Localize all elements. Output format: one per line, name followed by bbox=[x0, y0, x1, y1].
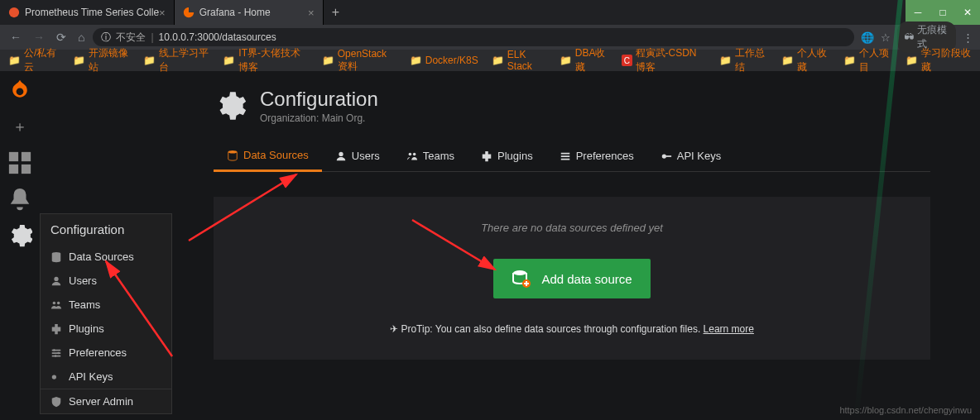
svg-line-22 bbox=[106, 261, 172, 356]
svg-point-0 bbox=[9, 7, 19, 17]
database-plus-icon bbox=[512, 269, 531, 289]
menu-icon[interactable]: ⋮ bbox=[963, 31, 973, 44]
tab-teams[interactable]: Teams bbox=[393, 141, 468, 171]
svg-point-18 bbox=[662, 154, 666, 158]
folder-icon: 📁 bbox=[223, 55, 235, 66]
bookmark-item[interactable]: 📁ELK Stack bbox=[492, 49, 546, 72]
csdn-icon: C bbox=[622, 55, 632, 66]
url-text: 10.0.0.7:3000/datasources bbox=[159, 31, 276, 43]
svg-point-16 bbox=[408, 152, 411, 155]
svg-point-17 bbox=[413, 152, 416, 155]
tab-close-icon[interactable]: × bbox=[159, 7, 166, 19]
translate-icon[interactable]: 🌐 bbox=[861, 31, 874, 44]
folder-icon: 📁 bbox=[781, 55, 794, 66]
grafana-logo[interactable] bbox=[7, 78, 32, 103]
incognito-icon: 🕶 bbox=[904, 31, 914, 43]
folder-icon: 📁 bbox=[143, 55, 156, 66]
svg-rect-4 bbox=[9, 165, 18, 174]
folder-icon: 📁 bbox=[843, 55, 856, 66]
bookmark-item[interactable]: 📁线上学习平台 bbox=[143, 46, 209, 74]
browser-titlebar: Prometheus Time Series Colle × Grafana -… bbox=[0, 0, 980, 25]
nav-create[interactable]: ＋ bbox=[7, 114, 32, 139]
new-tab-button[interactable]: + bbox=[324, 5, 348, 20]
tab-api-keys[interactable]: API Keys bbox=[647, 141, 734, 171]
bookmark-item[interactable]: 📁工作总结 bbox=[719, 46, 768, 74]
grafana-sidenav: ＋ bbox=[0, 71, 40, 420]
svg-rect-2 bbox=[9, 152, 18, 161]
config-tabs: Data Sources Users Teams Plugins Prefere… bbox=[214, 141, 930, 172]
annotation-arrow bbox=[98, 257, 180, 365]
forward-button[interactable]: → bbox=[30, 31, 48, 44]
gear-icon bbox=[214, 89, 247, 122]
tab-preferences[interactable]: Preferences bbox=[546, 141, 647, 171]
folder-icon: 📁 bbox=[906, 55, 918, 66]
tab-users[interactable]: Users bbox=[322, 141, 393, 171]
svg-point-15 bbox=[339, 151, 343, 155]
folder-icon: 📁 bbox=[492, 55, 504, 66]
empty-state-text: There are no data sources defined yet bbox=[238, 222, 906, 234]
back-button[interactable]: ← bbox=[7, 31, 25, 44]
bookmark-item[interactable]: 📁Docker/K8S bbox=[410, 55, 478, 66]
bookmark-item[interactable]: 📁公/私有云 bbox=[8, 46, 60, 74]
svg-point-14 bbox=[228, 150, 238, 153]
reload-button[interactable]: ⟳ bbox=[53, 31, 70, 44]
address-bar[interactable]: ⓘ 不安全 | 10.0.0.7:3000/datasources bbox=[93, 28, 854, 46]
folder-icon: 📁 bbox=[560, 55, 572, 66]
bookmarks-bar: 📁公/私有云 📁开源镜像站 📁线上学习平台 📁IT界-大佬技术博客 📁OpenS… bbox=[0, 50, 980, 71]
bookmark-item[interactable]: 📁个人收藏 bbox=[781, 46, 830, 74]
tab-title: Prometheus Time Series Colle bbox=[25, 7, 159, 18]
rocket-icon: ✈ bbox=[390, 323, 398, 335]
browser-tab-grafana[interactable]: Grafana - Home × bbox=[175, 0, 324, 25]
bookmark-item[interactable]: 📁个人项目 bbox=[843, 46, 892, 74]
bookmark-item[interactable]: 📁学习阶段收藏 bbox=[906, 46, 972, 74]
folder-icon: 📁 bbox=[73, 55, 85, 66]
nav-dashboards[interactable] bbox=[7, 150, 32, 175]
svg-rect-5 bbox=[22, 165, 31, 174]
folder-icon: 📁 bbox=[410, 55, 422, 66]
tab-close-icon[interactable]: × bbox=[308, 7, 315, 19]
tab-data-sources[interactable]: Data Sources bbox=[214, 141, 322, 172]
add-data-source-button[interactable]: Add data source bbox=[493, 259, 650, 298]
folder-icon: 📁 bbox=[8, 55, 21, 66]
page-content: Configuration Organization: Main Org. Da… bbox=[40, 71, 980, 420]
home-button[interactable]: ⌂ bbox=[74, 31, 88, 44]
watermark-text: https://blog.csdn.net/chengyinwu bbox=[839, 405, 972, 415]
page-title: Configuration bbox=[260, 88, 378, 111]
bookmark-item[interactable]: 📁IT界-大佬技术博客 bbox=[223, 46, 308, 74]
tab-plugins[interactable]: Plugins bbox=[468, 141, 546, 171]
bookmark-star-icon[interactable]: ☆ bbox=[881, 31, 891, 44]
bookmark-item[interactable]: C程寅武-CSDN博客 bbox=[622, 46, 706, 74]
prometheus-icon bbox=[8, 7, 20, 18]
folder-icon: 📁 bbox=[719, 55, 732, 66]
grafana-icon bbox=[183, 7, 195, 18]
svg-point-19 bbox=[513, 270, 526, 275]
folder-icon: 📁 bbox=[322, 55, 334, 66]
bookmark-item[interactable]: 📁DBA收藏 bbox=[560, 46, 609, 74]
page-subtitle: Organization: Main Org. bbox=[260, 112, 378, 124]
svg-point-1 bbox=[17, 88, 24, 95]
insecure-label: 不安全 bbox=[116, 31, 146, 45]
nav-configuration[interactable] bbox=[7, 223, 32, 248]
tab-title: Grafana - Home bbox=[199, 7, 271, 18]
protip-text: ✈ ProTip: You can also define data sourc… bbox=[238, 323, 906, 335]
nav-alerting[interactable] bbox=[7, 187, 32, 212]
learn-more-link[interactable]: Learn more bbox=[704, 323, 754, 335]
bookmark-item[interactable]: 📁OpenStack资料 bbox=[322, 48, 396, 74]
browser-tab-prometheus[interactable]: Prometheus Time Series Colle × bbox=[0, 0, 175, 25]
svg-rect-3 bbox=[22, 152, 31, 161]
data-sources-panel: There are no data sources defined yet Ad… bbox=[214, 197, 930, 360]
info-icon: ⓘ bbox=[101, 31, 111, 45]
bookmark-item[interactable]: 📁开源镜像站 bbox=[73, 46, 130, 74]
